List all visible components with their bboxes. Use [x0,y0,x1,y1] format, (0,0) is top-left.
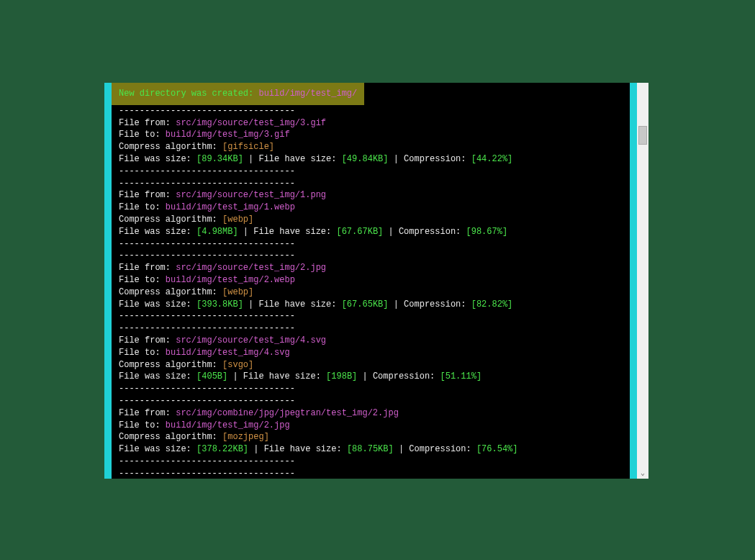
label-file-to: File to: [119,348,166,358]
label-compression: | Compression: [383,227,466,237]
value-algo: [webp] [222,214,253,225]
terminal-accent-right [630,83,637,479]
value-file-to: build/img/test_img/4.svg [166,348,290,358]
label-algo: Compress algorithm: [119,214,222,225]
log-line-file-from: File from: src/img/source/test_img/4.svg [119,335,637,347]
value-compression: [76.54%] [476,444,518,454]
notice-prefix: New directory was created: [119,89,253,99]
value-file-to: build/img/test_img/3.gif [166,130,290,140]
label-have-size: | File have size: [238,227,337,237]
terminal-output: New directory was created: build/img/tes… [112,83,644,479]
log-line-file-from: File from: src/img/source/test_img/2.jpg [119,262,637,274]
label-file-from: File from: [119,190,176,200]
log-divider: ---------------------------------- [119,395,637,407]
terminal-accent-left [104,83,112,479]
label-compression: | Compression: [388,154,471,164]
label-file-from: File from: [119,335,176,346]
value-algo: [svgo] [222,360,253,370]
label-file-to: File to: [119,130,166,140]
label-was-size: File was size: [119,444,196,454]
log-divider: ---------------------------------- [119,310,637,322]
value-file-from: src/img/source/test_img/4.svg [176,335,326,346]
log-divider: ---------------------------------- [119,322,637,335]
log-line-file-from: File from: src/img/source/test_img/3.gif [119,117,637,130]
label-file-to: File to: [119,202,166,212]
notice-path: build/img/test_img/ [258,89,357,99]
log-divider: ---------------------------------- [119,250,637,262]
log-divider: ---------------------------------- [119,166,637,178]
label-compression: | Compression: [394,444,476,454]
log-line-algo: Compress algorithm: [mozjpeg] [119,431,637,443]
label-have-size: | File have size: [243,299,342,310]
log-divider: ---------------------------------- [119,178,637,190]
value-compression: [82.82%] [471,299,513,310]
log-divider: ---------------------------------- [119,105,637,117]
label-have-size: | File have size: [243,154,342,164]
value-file-from: src/img/source/test_img/1.png [176,190,326,200]
label-was-size: File was size: [119,299,196,310]
label-algo: Compress algorithm: [119,432,222,442]
log-line-algo: Compress algorithm: [webp] [119,286,637,299]
value-have-size: [88.75KB] [347,444,394,454]
scrollbar-thumb[interactable] [638,126,647,145]
log-line-sizes: File was size: [405B] | File have size: … [119,371,637,383]
log-line-sizes: File was size: [89.34KB] | File have siz… [119,153,637,166]
terminal-log-body: ----------------------------------File f… [112,105,644,479]
label-was-size: File was size: [119,227,196,237]
value-was-size: [4.98MB] [196,227,238,237]
label-have-size: | File have size: [248,444,347,454]
label-algo: Compress algorithm: [119,287,222,297]
value-was-size: [378.22KB] [196,444,248,454]
value-file-from: src/img/source/test_img/3.gif [176,118,326,128]
value-was-size: [89.34KB] [196,154,243,164]
value-algo: [gifsicle] [222,142,274,152]
log-divider: ---------------------------------- [119,383,637,395]
value-have-size: [198B] [326,371,357,381]
log-line-file-from: File from: src/img/source/test_img/1.png [119,189,637,202]
log-divider: ---------------------------------- [119,238,637,250]
value-algo: [mozjpeg] [222,432,269,442]
label-was-size: File was size: [119,154,196,164]
value-file-to: build/img/test_img/2.jpg [166,420,290,430]
log-line-file-from: File from: src/img/combine/jpg/jpegtran/… [119,407,637,420]
log-line-algo: Compress algorithm: [gifsicle] [119,141,637,153]
log-line-file-to: File to: build/img/test_img/3.gif [119,129,637,141]
value-compression: [98.67%] [466,227,508,237]
label-file-from: File from: [119,118,176,128]
log-line-algo: Compress algorithm: [svgo] [119,359,637,371]
label-algo: Compress algorithm: [119,360,222,370]
label-was-size: File was size: [119,371,196,381]
label-file-from: File from: [119,263,176,273]
log-divider: ---------------------------------- [119,456,637,468]
log-line-file-to: File to: build/img/test_img/1.webp [119,202,637,214]
value-was-size: [405B] [196,371,227,381]
label-compression: | Compression: [388,299,471,310]
label-file-to: File to: [119,275,166,285]
scrollbar-track[interactable]: ⌄ [637,83,648,479]
value-have-size: [67.65KB] [342,299,389,310]
value-file-from: src/img/combine/jpg/jpegtran/test_img/2.… [176,408,399,418]
scrollbar-down-icon[interactable]: ⌄ [638,469,647,477]
value-file-to: build/img/test_img/2.webp [166,275,295,285]
label-have-size: | File have size: [227,371,326,381]
label-compression: | Compression: [357,371,440,381]
notice-banner: New directory was created: build/img/tes… [112,83,364,105]
log-line-sizes: File was size: [378.22KB] | File have si… [119,443,637,456]
label-file-to: File to: [119,420,166,430]
log-line-file-to: File to: build/img/test_img/4.svg [119,347,637,359]
value-file-from: src/img/source/test_img/2.jpg [176,263,326,273]
log-line-file-to: File to: build/img/test_img/2.jpg [119,420,637,432]
value-compression: [44.22%] [471,154,513,164]
log-divider: ---------------------------------- [119,468,637,479]
value-have-size: [67.67KB] [336,227,383,237]
log-line-file-to: File to: build/img/test_img/2.webp [119,274,637,286]
value-file-to: build/img/test_img/1.webp [166,202,295,212]
value-was-size: [393.8KB] [196,299,243,310]
label-algo: Compress algorithm: [119,142,222,152]
value-compression: [51.11%] [440,371,482,381]
log-line-sizes: File was size: [393.8KB] | File have siz… [119,299,637,311]
log-line-sizes: File was size: [4.98MB] | File have size… [119,226,637,238]
value-have-size: [49.84KB] [342,154,389,164]
log-line-algo: Compress algorithm: [webp] [119,214,637,226]
value-algo: [webp] [222,287,253,297]
